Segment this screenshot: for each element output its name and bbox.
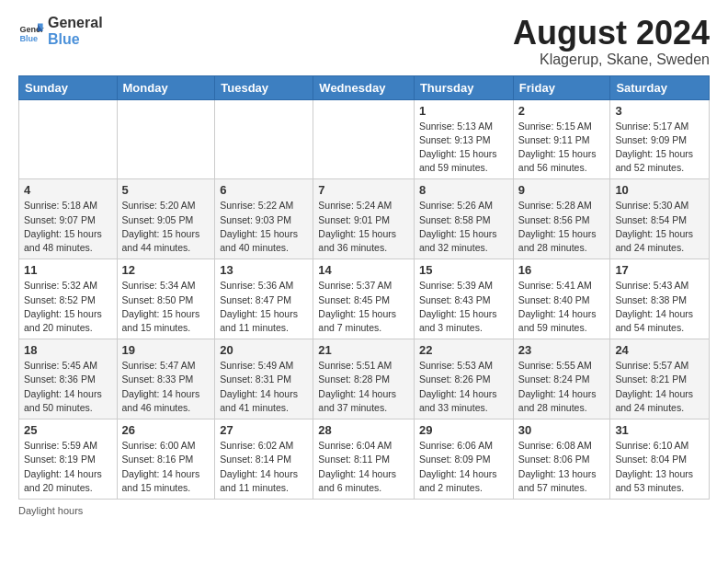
calendar-cell: 24Sunrise: 5:57 AM Sunset: 8:21 PM Dayli… [610,339,710,419]
logo-icon: General Blue [18,18,44,44]
calendar-cell [313,99,415,179]
calendar-cell: 4Sunrise: 5:18 AM Sunset: 9:07 PM Daylig… [19,179,118,259]
day-info: Sunrise: 6:00 AM Sunset: 8:16 PM Dayligh… [122,439,210,495]
day-info: Sunrise: 5:24 AM Sunset: 9:01 PM Dayligh… [318,199,409,255]
footer-note: Daylight hours [18,505,710,516]
calendar-cell: 10Sunrise: 5:30 AM Sunset: 8:54 PM Dayli… [610,179,710,259]
day-info: Sunrise: 5:22 AM Sunset: 9:03 PM Dayligh… [220,199,308,255]
day-info: Sunrise: 5:47 AM Sunset: 8:33 PM Dayligh… [122,359,210,415]
col-header-saturday: Saturday [610,75,710,99]
col-header-thursday: Thursday [414,75,513,99]
calendar-cell: 17Sunrise: 5:43 AM Sunset: 8:38 PM Dayli… [610,259,710,339]
day-info: Sunrise: 5:41 AM Sunset: 8:40 PM Dayligh… [518,279,606,335]
day-info: Sunrise: 5:37 AM Sunset: 8:45 PM Dayligh… [318,279,409,335]
calendar-cell: 3Sunrise: 5:17 AM Sunset: 9:09 PM Daylig… [610,99,710,179]
day-info: Sunrise: 5:30 AM Sunset: 8:54 PM Dayligh… [615,199,704,255]
logo-blue: Blue [48,31,103,48]
day-info: Sunrise: 5:13 AM Sunset: 9:13 PM Dayligh… [419,120,508,176]
day-number: 24 [615,343,704,357]
location-subtitle: Klagerup, Skane, Sweden [513,52,710,68]
calendar-cell: 6Sunrise: 5:22 AM Sunset: 9:03 PM Daylig… [215,179,313,259]
calendar-week-row: 1Sunrise: 5:13 AM Sunset: 9:13 PM Daylig… [19,99,710,179]
day-number: 13 [220,263,308,277]
calendar-cell: 19Sunrise: 5:47 AM Sunset: 8:33 PM Dayli… [117,339,215,419]
day-info: Sunrise: 6:08 AM Sunset: 8:06 PM Dayligh… [518,439,606,495]
day-number: 19 [122,343,210,357]
day-info: Sunrise: 5:20 AM Sunset: 9:05 PM Dayligh… [122,199,210,255]
calendar-cell [117,99,215,179]
calendar-cell: 26Sunrise: 6:00 AM Sunset: 8:16 PM Dayli… [117,419,215,500]
calendar-cell: 18Sunrise: 5:45 AM Sunset: 8:36 PM Dayli… [19,339,118,419]
day-info: Sunrise: 6:10 AM Sunset: 8:04 PM Dayligh… [615,439,704,495]
day-number: 18 [24,343,112,357]
col-header-monday: Monday [117,75,215,99]
day-number: 22 [419,343,508,357]
day-info: Sunrise: 5:15 AM Sunset: 9:11 PM Dayligh… [518,120,606,176]
day-info: Sunrise: 5:45 AM Sunset: 8:36 PM Dayligh… [24,359,112,415]
day-info: Sunrise: 5:51 AM Sunset: 8:28 PM Dayligh… [318,359,409,415]
svg-text:Blue: Blue [19,33,38,42]
day-info: Sunrise: 6:04 AM Sunset: 8:11 PM Dayligh… [318,439,409,495]
day-info: Sunrise: 5:39 AM Sunset: 8:43 PM Dayligh… [419,279,508,335]
calendar-cell [19,99,118,179]
calendar-cell: 23Sunrise: 5:55 AM Sunset: 8:24 PM Dayli… [513,339,610,419]
day-number: 31 [615,423,704,437]
calendar-cell: 25Sunrise: 5:59 AM Sunset: 8:19 PM Dayli… [19,419,118,500]
day-info: Sunrise: 6:02 AM Sunset: 8:14 PM Dayligh… [220,439,308,495]
logo-general: General [48,15,103,31]
day-number: 17 [615,263,704,277]
day-number: 28 [318,423,409,437]
day-number: 1 [419,104,508,118]
calendar-week-row: 4Sunrise: 5:18 AM Sunset: 9:07 PM Daylig… [19,179,710,259]
day-number: 23 [518,343,606,357]
calendar-cell: 27Sunrise: 6:02 AM Sunset: 8:14 PM Dayli… [215,419,313,500]
day-number: 3 [615,104,704,118]
day-number: 5 [122,183,210,197]
day-info: Sunrise: 5:32 AM Sunset: 8:52 PM Dayligh… [24,279,112,335]
day-info: Sunrise: 5:36 AM Sunset: 8:47 PM Dayligh… [220,279,308,335]
day-number: 6 [220,183,308,197]
calendar-cell: 9Sunrise: 5:28 AM Sunset: 8:56 PM Daylig… [513,179,610,259]
calendar-cell: 29Sunrise: 6:06 AM Sunset: 8:09 PM Dayli… [414,419,513,500]
day-info: Sunrise: 5:57 AM Sunset: 8:21 PM Dayligh… [615,359,704,415]
calendar-cell: 1Sunrise: 5:13 AM Sunset: 9:13 PM Daylig… [414,99,513,179]
calendar-cell: 31Sunrise: 6:10 AM Sunset: 8:04 PM Dayli… [610,419,710,500]
day-info: Sunrise: 6:06 AM Sunset: 8:09 PM Dayligh… [419,439,508,495]
month-year-title: August 2024 [513,15,710,52]
day-info: Sunrise: 5:49 AM Sunset: 8:31 PM Dayligh… [220,359,308,415]
day-info: Sunrise: 5:53 AM Sunset: 8:26 PM Dayligh… [419,359,508,415]
day-number: 8 [419,183,508,197]
calendar-cell [215,99,313,179]
day-number: 20 [220,343,308,357]
calendar-cell: 21Sunrise: 5:51 AM Sunset: 8:28 PM Dayli… [313,339,415,419]
calendar-cell: 28Sunrise: 6:04 AM Sunset: 8:11 PM Dayli… [313,419,415,500]
calendar-cell: 8Sunrise: 5:26 AM Sunset: 8:58 PM Daylig… [414,179,513,259]
calendar-cell: 11Sunrise: 5:32 AM Sunset: 8:52 PM Dayli… [19,259,118,339]
day-number: 21 [318,343,409,357]
col-header-tuesday: Tuesday [215,75,313,99]
day-number: 9 [518,183,606,197]
calendar-cell: 2Sunrise: 5:15 AM Sunset: 9:11 PM Daylig… [513,99,610,179]
day-info: Sunrise: 5:59 AM Sunset: 8:19 PM Dayligh… [24,439,112,495]
day-info: Sunrise: 5:34 AM Sunset: 8:50 PM Dayligh… [122,279,210,335]
calendar-cell: 12Sunrise: 5:34 AM Sunset: 8:50 PM Dayli… [117,259,215,339]
page-header: General Blue General Blue August 2024 Kl… [18,15,710,68]
day-number: 7 [318,183,409,197]
day-info: Sunrise: 5:17 AM Sunset: 9:09 PM Dayligh… [615,120,704,176]
calendar-cell: 30Sunrise: 6:08 AM Sunset: 8:06 PM Dayli… [513,419,610,500]
day-info: Sunrise: 5:55 AM Sunset: 8:24 PM Dayligh… [518,359,606,415]
day-number: 27 [220,423,308,437]
day-number: 12 [122,263,210,277]
calendar-week-row: 18Sunrise: 5:45 AM Sunset: 8:36 PM Dayli… [19,339,710,419]
day-number: 30 [518,423,606,437]
calendar-cell: 14Sunrise: 5:37 AM Sunset: 8:45 PM Dayli… [313,259,415,339]
day-number: 4 [24,183,112,197]
day-info: Sunrise: 5:28 AM Sunset: 8:56 PM Dayligh… [518,199,606,255]
day-info: Sunrise: 5:18 AM Sunset: 9:07 PM Dayligh… [24,199,112,255]
day-number: 15 [419,263,508,277]
day-number: 26 [122,423,210,437]
calendar-cell: 13Sunrise: 5:36 AM Sunset: 8:47 PM Dayli… [215,259,313,339]
day-number: 2 [518,104,606,118]
col-header-wednesday: Wednesday [313,75,415,99]
day-info: Sunrise: 5:43 AM Sunset: 8:38 PM Dayligh… [615,279,704,335]
